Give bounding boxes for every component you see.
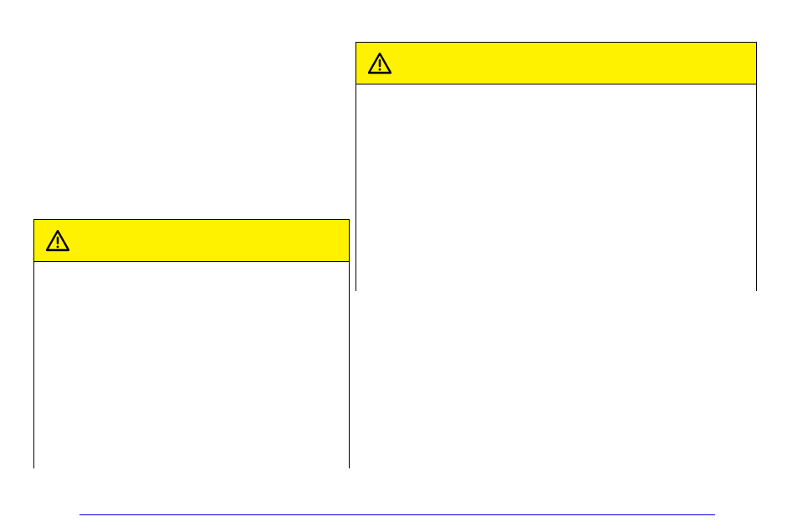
divider-line [79, 514, 715, 515]
warning-icon [46, 230, 69, 252]
caution-body-left [34, 262, 349, 469]
caution-header-right [356, 43, 756, 84]
svg-point-1 [379, 68, 381, 70]
caution-box-left [33, 219, 350, 468]
caution-box-right [356, 42, 757, 291]
caution-body-right [356, 84, 756, 292]
caution-header-left [34, 220, 349, 262]
warning-icon [368, 53, 391, 74]
svg-point-3 [57, 245, 59, 248]
